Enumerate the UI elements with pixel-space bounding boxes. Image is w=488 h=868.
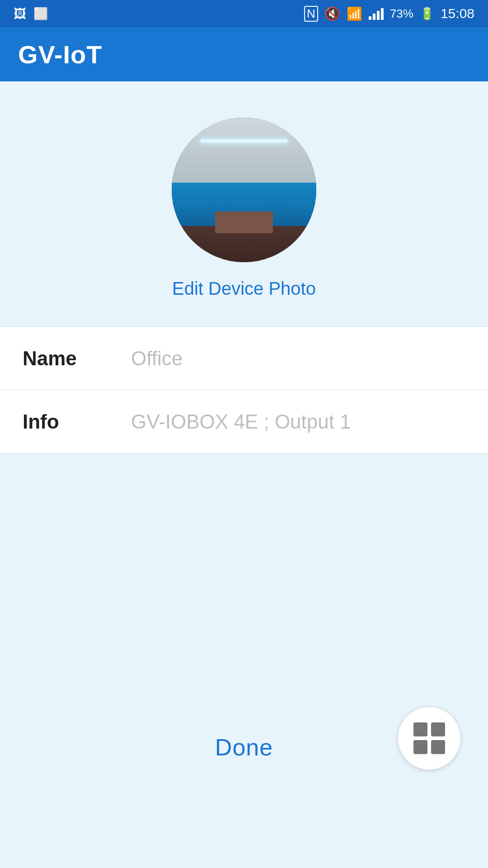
photo-ceiling [172, 118, 316, 183]
grid-cell-2 [431, 722, 445, 736]
info-row[interactable]: Info GV-IOBOX 4E ; Output 1 [0, 390, 488, 453]
battery-icon: 🔋 [420, 7, 434, 21]
form-section: Name Office Info GV-IOBOX 4E ; Output 1 [0, 327, 488, 453]
grid-cell-1 [413, 722, 427, 736]
nfc-icon: N [304, 6, 318, 22]
grid-fab-button[interactable] [398, 707, 461, 770]
mute-icon: 🔇 [324, 6, 340, 21]
photo-icon: 🖼 [14, 6, 26, 21]
status-bar-left: 🖼 ⬜ [14, 6, 48, 21]
app-bar: GV-IoT [0, 27, 488, 81]
info-value[interactable]: GV-IOBOX 4E ; Output 1 [113, 410, 465, 433]
device-photo[interactable] [172, 118, 316, 262]
main-content: Edit Device Photo Name Office Info GV-IO… [0, 81, 488, 797]
battery-percentage: 73% [390, 7, 413, 21]
name-label: Name [23, 347, 113, 370]
name-value[interactable]: Office [113, 347, 465, 370]
status-bar-right: N 🔇 📶 73% 🔋 15:08 [304, 6, 474, 22]
signal-icon [369, 7, 384, 20]
status-time: 15:08 [441, 6, 474, 21]
done-button[interactable]: Done [215, 734, 273, 761]
app-title: GV-IoT [18, 40, 102, 69]
grid-cell-4 [431, 740, 445, 754]
photo-light [201, 139, 287, 143]
wifi-icon: 📶 [347, 6, 362, 21]
photo-desk [215, 212, 273, 233]
grid-cell-3 [413, 740, 427, 754]
grid-icon [413, 722, 445, 754]
photo-inner [172, 118, 316, 262]
status-bar: 🖼 ⬜ N 🔇 📶 73% 🔋 15:08 [0, 0, 488, 27]
edit-photo-button[interactable]: Edit Device Photo [172, 278, 316, 299]
bottom-section: Done [0, 453, 488, 797]
info-label: Info [23, 410, 113, 433]
name-row[interactable]: Name Office [0, 327, 488, 390]
screen-record-icon: ⬜ [33, 7, 48, 21]
photo-section: Edit Device Photo [0, 81, 488, 327]
